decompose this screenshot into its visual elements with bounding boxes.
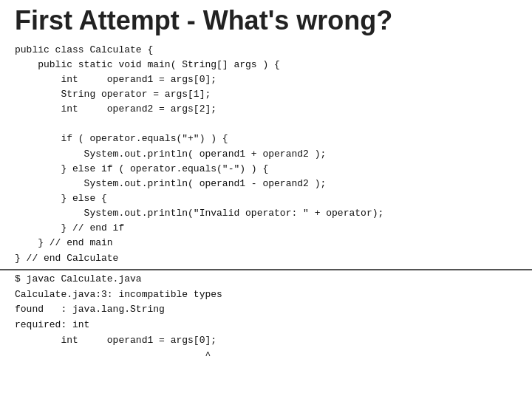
title-bar: First Attempt - What's wrong? (0, 0, 532, 40)
code-block: public class Calculate { public static v… (15, 43, 517, 266)
code-area: public class Calculate { public static v… (0, 40, 532, 266)
divider (0, 269, 532, 270)
page-title: First Attempt - What's wrong? (15, 5, 392, 35)
error-block: $ javac Calculate.java Calculate.java:3:… (0, 272, 532, 364)
